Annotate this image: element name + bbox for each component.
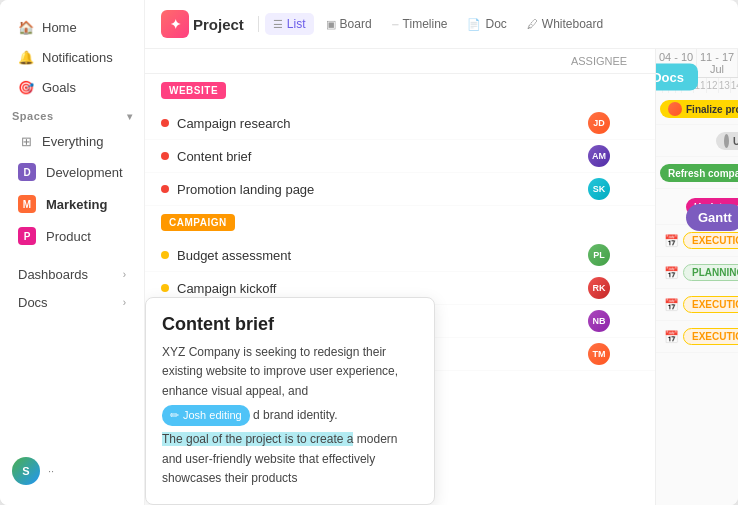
sidebar-label-everything: Everything	[42, 134, 103, 149]
tab-doc[interactable]: 📄 Doc	[459, 13, 514, 35]
tab-timeline[interactable]: ⏤ Timeline	[384, 13, 456, 35]
gantt-panel: 04 - 10 Jul 11 - 17 Jul 6 7 8 9 10 11 12…	[655, 49, 738, 505]
gantt-bar-label: Update key objectives	[733, 136, 738, 147]
calendar-icon: 📅	[664, 234, 679, 248]
avatar: PL	[588, 244, 610, 266]
list-icon: ☰	[273, 18, 283, 31]
gantt-badge-row: 📅 EXECUTION 💬	[656, 289, 738, 321]
status-badge: EXECUTION	[683, 328, 738, 345]
whiteboard-icon: 🖊	[527, 18, 538, 30]
task-assignee: TM	[559, 343, 639, 365]
project-title: Project	[193, 16, 244, 33]
sidebar-item-dashboards[interactable]: Dashboards ›	[6, 261, 138, 288]
bullet-icon	[161, 152, 169, 160]
grid-icon: ⊞	[18, 133, 34, 149]
task-assignee: RK	[559, 277, 639, 299]
sidebar-label-goals: Goals	[42, 80, 76, 95]
sidebar-item-notifications[interactable]: 🔔 Notifications	[6, 43, 138, 71]
task-name: Promotion landing page	[177, 182, 559, 197]
docs-card-title: Content brief	[162, 314, 418, 335]
sidebar-label-marketing: Marketing	[46, 197, 107, 212]
sidebar-item-everything[interactable]: ⊞ Everything	[6, 127, 138, 155]
gantt-badge-row: 📅 PLANNING 💬	[656, 257, 738, 289]
docs-tooltip: Docs	[655, 64, 698, 91]
avatar: S	[12, 457, 40, 485]
tab-whiteboard[interactable]: 🖊 Whiteboard	[519, 13, 611, 35]
table-row[interactable]: Promotion landing page SK	[145, 173, 655, 206]
col-name	[161, 55, 559, 67]
sidebar-item-development[interactable]: D Development	[6, 157, 138, 187]
calendar-icon: 📅	[664, 330, 679, 344]
sidebar-item-home[interactable]: 🏠 Home	[6, 13, 138, 41]
group-website: WEBSITE Campaign research JD Content bri…	[145, 74, 655, 206]
tab-board[interactable]: ▣ Board	[318, 13, 380, 35]
gantt-row: Refresh company website	[656, 157, 738, 189]
task-name: Content brief	[177, 149, 559, 164]
avatar: JD	[588, 112, 610, 134]
sidebar-label-notifications: Notifications	[42, 50, 113, 65]
project-logo: ✦	[161, 10, 189, 38]
gantt-bar-website: Refresh company website	[660, 164, 738, 182]
tab-doc-label: Doc	[485, 17, 506, 31]
sidebar-label-product: Product	[46, 229, 91, 244]
doc-icon: 📄	[467, 18, 481, 31]
task-assignee: SK	[559, 178, 639, 200]
gantt-row: Update key objectives	[656, 125, 738, 157]
header: ✦ Project ☰ List ▣ Board ⏤ Timeline 📄 Do…	[145, 0, 738, 49]
gantt-week2: 11 - 17 Jul	[697, 49, 738, 77]
docs-tooltip-label: Docs	[655, 70, 684, 85]
avatar: RK	[588, 277, 610, 299]
task-name: Campaign research	[177, 116, 559, 131]
gantt-badge-row: 📅 EXECUTION 💬	[656, 321, 738, 353]
tab-whiteboard-label: Whiteboard	[542, 17, 603, 31]
status-badge: PLANNING	[683, 264, 738, 281]
task-name: Budget assessment	[177, 248, 559, 263]
product-dot: P	[18, 227, 36, 245]
bullet-icon	[161, 119, 169, 127]
docs-card-body: XYZ Company is seeking to redesign their…	[162, 343, 418, 488]
user-avatar-area[interactable]: S ··	[0, 449, 144, 493]
header-divider	[258, 16, 259, 32]
tab-timeline-label: Timeline	[403, 17, 448, 31]
avatar: TM	[588, 343, 610, 365]
main-content: ✦ Project ☰ List ▣ Board ⏤ Timeline 📄 Do…	[145, 0, 738, 505]
editing-label: Josh editing	[183, 407, 242, 425]
website-tag: WEBSITE	[161, 82, 226, 99]
chevron-icon: ▾	[127, 111, 133, 122]
calendar-icon: 📅	[664, 266, 679, 280]
group-campaign-header: CAMPAIGN	[145, 206, 655, 239]
tab-list[interactable]: ☰ List	[265, 13, 314, 35]
campaign-tag: CAMPAIGN	[161, 214, 235, 231]
table-row[interactable]: Content brief AM	[145, 140, 655, 173]
docs-highlighted-text: The goal of the project is to create a	[162, 432, 353, 446]
avatar: NB	[588, 310, 610, 332]
sidebar-label-dashboards: Dashboards	[18, 267, 88, 282]
sidebar-item-docs[interactable]: Docs ›	[6, 289, 138, 316]
sidebar-label-home: Home	[42, 20, 77, 35]
gantt-tooltip: Gantt	[686, 204, 738, 231]
sidebar: 🏠 Home 🔔 Notifications 🎯 Goals Spaces ▾ …	[0, 0, 145, 505]
task-assignee: NB	[559, 310, 639, 332]
sidebar-label-development: Development	[46, 165, 123, 180]
sidebar-item-marketing[interactable]: M Marketing	[6, 189, 138, 219]
table-row[interactable]: Campaign research JD	[145, 107, 655, 140]
docs-body-text-1: XYZ Company is seeking to redesign their…	[162, 345, 398, 397]
task-name: Campaign kickoff	[177, 281, 559, 296]
bar-avatar	[724, 134, 729, 148]
user-status-dots: ··	[48, 465, 54, 477]
gantt-bar-finalize: Finalize project scope	[660, 100, 738, 118]
docs-preview-card: Content brief XYZ Company is seeking to …	[145, 297, 435, 505]
task-assignee: JD	[559, 112, 639, 134]
sidebar-item-product[interactable]: P Product	[6, 221, 138, 251]
sidebar-item-goals[interactable]: 🎯 Goals	[6, 73, 138, 101]
bell-icon: 🔔	[18, 49, 34, 65]
gantt-row: Finalize project scope	[656, 93, 738, 125]
task-assignee: AM	[559, 145, 639, 167]
task-assignee: PL	[559, 244, 639, 266]
timeline-icon: ⏤	[392, 18, 399, 30]
edit-icon: ✏	[170, 407, 179, 425]
table-row[interactable]: Budget assessment PL	[145, 239, 655, 272]
editing-pill: ✏ Josh editing	[162, 405, 250, 427]
dashboards-chevron: ›	[123, 269, 126, 280]
bullet-icon	[161, 284, 169, 292]
